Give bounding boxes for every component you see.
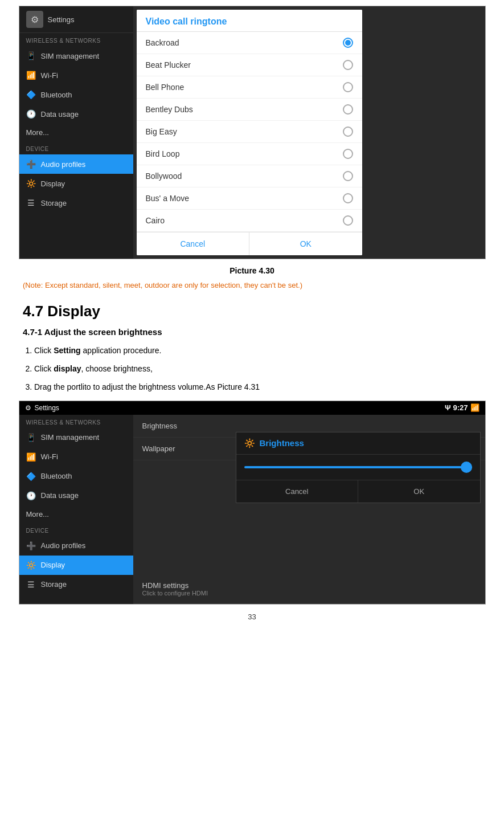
- wireless-label-2: WIRELESS & NETWORKS: [19, 415, 133, 428]
- ringtone-cairo[interactable]: Cairo: [137, 210, 362, 232]
- sidebar2-item-display[interactable]: 🔆 Display: [19, 556, 133, 575]
- screenshot-2: ⚙ Settings Ψ 9:27 📶 WIRELESS & NETWORKS …: [19, 401, 486, 605]
- brightness-buttons: Cancel OK: [236, 480, 480, 503]
- wifi-icon-2: 📶: [26, 452, 36, 462]
- right-panel-1: [366, 6, 485, 259]
- data-icon-2: 🕐: [26, 491, 36, 501]
- sidebar2-item-data[interactable]: 🕐 Data usage: [19, 486, 133, 505]
- ringtone-bird[interactable]: Bird Loop: [137, 143, 362, 165]
- ringtone-big-easy[interactable]: Big Easy: [137, 121, 362, 143]
- cancel-button[interactable]: Cancel: [137, 232, 250, 255]
- dialog-buttons: Cancel OK: [137, 232, 362, 255]
- settings-title: Settings: [48, 15, 75, 24]
- wallpaper-label: Wallpaper: [142, 444, 175, 453]
- storage-icon-2: ☰: [26, 579, 36, 590]
- sidebar2-item-more[interactable]: More...: [19, 505, 133, 523]
- step-1: Click Setting application procedure.: [34, 342, 481, 358]
- sidebar-item-storage[interactable]: ☰ Storage: [19, 193, 133, 213]
- sidebar2-item-storage[interactable]: ☰ Storage: [19, 575, 133, 594]
- wireless-label: WIRELESS & NETWORKS: [19, 33, 133, 46]
- sidebar-item-more[interactable]: More...: [19, 124, 133, 141]
- brightness-cancel-button[interactable]: Cancel: [236, 480, 359, 503]
- display-icon: 🔆: [26, 178, 36, 189]
- hdmi-item[interactable]: HDMI settings Click to configure HDMI: [133, 574, 485, 604]
- page-number: 33: [0, 613, 504, 621]
- subsection-heading: 4.7-1 Adjust the screen brightness: [23, 327, 481, 337]
- ringtone-bentley-label: Bentley Dubs: [146, 105, 193, 114]
- ringtone-bus-label: Bus' a Move: [146, 194, 190, 203]
- ringtone-bentley[interactable]: Bentley Dubs: [137, 99, 362, 121]
- wifi-icon: 📶: [26, 70, 36, 80]
- settings-app-name: Settings: [35, 404, 59, 412]
- sidebar-item-data-label: Data usage: [41, 110, 79, 119]
- bluetooth-icon: 🔷: [26, 89, 36, 100]
- hdmi-sub: Click to configure HDMI: [142, 590, 476, 597]
- brightness-label: Brightness: [142, 422, 177, 430]
- video-ringtone-dialog: Video call ringtone Backroad Beat Plucke…: [137, 10, 362, 255]
- sidebar-item-sim[interactable]: 📱 SIM management: [19, 46, 133, 66]
- brightness-slider-track[interactable]: [244, 466, 472, 468]
- sidebar2-item-sim[interactable]: 📱 SIM management: [19, 428, 133, 447]
- data-usage-icon: 🕐: [26, 109, 36, 119]
- caption-1: Picture 4.30: [0, 266, 504, 275]
- ringtone-big-easy-label: Big Easy: [146, 127, 177, 136]
- radio-backroad: [343, 38, 353, 48]
- device-label: DEVICE: [19, 141, 133, 154]
- device-label-2: DEVICE: [19, 523, 133, 536]
- sidebar-1: ⚙ Settings WIRELESS & NETWORKS 📱 SIM man…: [19, 6, 133, 259]
- sidebar2-display-label: Display: [41, 561, 65, 569]
- brightness-title-text: Brightness: [260, 438, 304, 448]
- brightness-dialog: 🔆 Brightness Cancel OK: [236, 432, 481, 503]
- sim-icon-2: 📱: [26, 432, 36, 443]
- sidebar-item-bluetooth[interactable]: 🔷 Bluetooth: [19, 85, 133, 104]
- ok-button[interactable]: OK: [249, 232, 362, 255]
- ringtone-bus[interactable]: Bus' a Move: [137, 187, 362, 210]
- status-bar-right: Ψ 9:27 📶: [445, 403, 480, 412]
- storage-icon: ☰: [26, 198, 36, 208]
- sidebar2-item-bluetooth[interactable]: 🔷 Bluetooth: [19, 467, 133, 486]
- sidebar2-item-wifi[interactable]: 📶 Wi-Fi: [19, 447, 133, 467]
- screenshot-1: ⚙ Settings WIRELESS & NETWORKS 📱 SIM man…: [19, 6, 486, 259]
- brightness-gear-icon: 🔆: [244, 438, 255, 448]
- radio-bus: [343, 193, 353, 203]
- screenshot-body-2: WIRELESS & NETWORKS 📱 SIM management 📶 W…: [19, 415, 485, 604]
- audio-icon: ➕: [26, 159, 36, 169]
- sidebar2-item-audio[interactable]: ➕ Audio profiles: [19, 536, 133, 556]
- ringtone-list: Backroad Beat Plucker Bell Phone Bentley…: [137, 32, 362, 232]
- ringtone-bell-label: Bell Phone: [146, 83, 185, 92]
- status-bar-left: ⚙ Settings: [25, 404, 59, 412]
- radio-bollywood: [343, 171, 353, 181]
- settings-icon: ⚙: [26, 11, 43, 28]
- radio-beat: [343, 60, 353, 70]
- ringtone-cairo-label: Cairo: [146, 216, 165, 225]
- display-icon-2: 🔆: [26, 560, 36, 570]
- main-content-1: Video call ringtone Backroad Beat Plucke…: [133, 6, 366, 259]
- sidebar-item-wifi[interactable]: 📶 Wi-Fi: [19, 66, 133, 85]
- radio-big-easy: [343, 126, 353, 137]
- sidebar-item-audio[interactable]: ➕ Audio profiles: [19, 154, 133, 174]
- settings-header: ⚙ Settings: [19, 6, 133, 33]
- radio-bentley: [343, 104, 353, 115]
- step-3: Drag the portlito to adjust the brightne…: [34, 379, 481, 395]
- ringtone-bell[interactable]: Bell Phone: [137, 76, 362, 99]
- brightness-body: [236, 455, 480, 480]
- sidebar-item-more-label: More...: [26, 128, 49, 137]
- bluetooth-icon-2: 🔷: [26, 471, 36, 481]
- radio-bird: [343, 149, 353, 159]
- signal-icon: 📶: [470, 403, 480, 412]
- ringtone-beat[interactable]: Beat Plucker: [137, 54, 362, 76]
- brightness-slider-thumb[interactable]: [461, 462, 472, 473]
- sidebar-item-display-label: Display: [41, 179, 65, 188]
- hdmi-label: HDMI settings: [142, 581, 476, 590]
- brightness-ok-button[interactable]: OK: [358, 480, 480, 503]
- status-bar: ⚙ Settings Ψ 9:27 📶: [19, 401, 485, 415]
- sidebar-item-data-usage[interactable]: 🕐 Data usage: [19, 104, 133, 124]
- radio-cairo: [343, 215, 353, 226]
- ringtone-bollywood[interactable]: Bollywood: [137, 165, 362, 187]
- ringtone-backroad[interactable]: Backroad: [137, 32, 362, 54]
- sidebar-item-display[interactable]: 🔆 Display: [19, 174, 133, 193]
- ringtone-bollywood-label: Bollywood: [146, 172, 182, 181]
- sidebar2-sim-label: SIM management: [41, 433, 100, 442]
- note-text: (Note: Except standard, silent, meet, ou…: [23, 280, 481, 291]
- sidebar-item-bluetooth-label: Bluetooth: [41, 91, 72, 99]
